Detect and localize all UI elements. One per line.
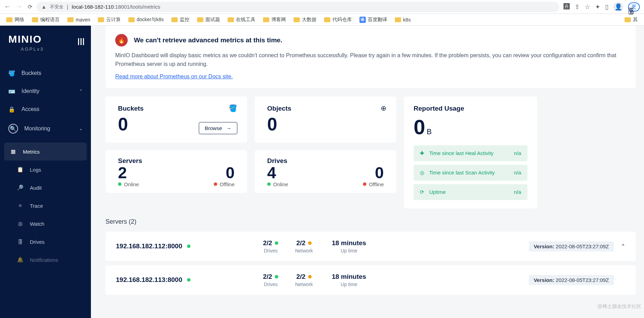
buckets-label: Buckets	[118, 105, 235, 112]
audit-icon: 🔎	[17, 184, 24, 191]
chevron-down-icon: ⌄	[79, 126, 83, 131]
back-button[interactable]: ←	[4, 3, 10, 10]
servers-offline-value: 0	[214, 165, 235, 181]
sidebar-sub-drives[interactable]: 🗄Drives	[0, 233, 91, 251]
menu-toggle-icon[interactable]	[78, 38, 84, 45]
servers-online-value: 2	[118, 165, 139, 181]
bookmark-item[interactable]: docker与k8s	[128, 17, 164, 23]
servers-card: 🗄 Servers 2 Online 0 Offline	[105, 150, 247, 193]
bookmarks-bar: 网络 编程语言 maven 云计算 docker与k8s 监控 面试题 在线工具…	[0, 14, 644, 26]
sidebar-item-monitoring[interactable]: 🔍Monitoring⌄	[0, 118, 91, 139]
watch-icon: ◎	[17, 220, 24, 227]
app-root: MINIO AGPLv3 🪣Buckets 🪪Identity⌃ 🔒Access…	[0, 26, 644, 318]
objects-label: Objects	[267, 105, 384, 112]
alert-card: 🔥 We can't retrieve advanced metrics at …	[105, 26, 636, 88]
translate-icon[interactable]: 🅰	[564, 3, 570, 10]
server-address: 192.168.182.113:8000	[116, 276, 182, 284]
alert-fire-icon: 🔥	[115, 34, 128, 46]
browse-button[interactable]: Browse→	[199, 122, 237, 134]
alert-body: MinIO Dashboard will display basic metri…	[115, 51, 626, 69]
sidebar-nav: 🪣Buckets 🪪Identity⌃ 🔒Access 🔍Monitoring⌄…	[0, 64, 91, 269]
sidebar-sub-watch[interactable]: ◎Watch	[0, 215, 91, 233]
bucket-icon: 🪣	[8, 70, 15, 77]
main-content: 🔥 We can't retrieve advanced metrics at …	[91, 26, 644, 318]
trace-icon: ⌗	[17, 202, 24, 209]
bookmark-item[interactable]: 面试题	[197, 17, 220, 23]
alert-title: We can't retrieve advanced metrics at th…	[134, 36, 282, 44]
sidebar-item-identity[interactable]: 🪪Identity⌃	[0, 82, 91, 100]
alert-docs-link[interactable]: Read more about Prometheus on our Docs s…	[115, 74, 233, 79]
sidebar-sub-metrics[interactable]: ▦Metrics	[4, 143, 87, 161]
drives-offline-value: 0	[363, 165, 384, 181]
folder-icon	[625, 17, 631, 22]
folder-icon	[395, 17, 401, 22]
activity-uptime: ⟳Uptimen/a	[414, 184, 527, 200]
insecure-icon: ▲	[41, 4, 46, 10]
folder-icon	[171, 17, 178, 22]
folder-icon	[32, 17, 38, 22]
folder-icon	[67, 17, 74, 22]
sidebar-sub-logs[interactable]: 📋Logs	[0, 161, 91, 179]
bookmark-item[interactable]: 网络	[6, 17, 24, 23]
status-dot	[308, 241, 312, 245]
share-icon[interactable]: ⇪	[575, 3, 580, 11]
folder-icon	[228, 17, 234, 22]
url-separator: |	[67, 4, 68, 10]
status-dot	[275, 241, 278, 245]
servers-label: Servers	[118, 157, 235, 165]
notifications-icon: 🔔	[17, 256, 24, 263]
bookmark-item[interactable]: 云计算	[98, 17, 121, 23]
sidebar-item-access[interactable]: 🔒Access	[0, 100, 91, 118]
objects-value: 0	[267, 114, 384, 134]
bookmark-item[interactable]: 译百度翻译	[359, 17, 387, 23]
logo-area: MINIO AGPLv3	[0, 26, 91, 54]
bookmark-item[interactable]: 在线工具	[228, 17, 255, 23]
objects-card: ⊕ Objects 0	[255, 96, 396, 143]
url-port: :18001	[114, 4, 130, 10]
bookmark-item[interactable]: maven	[67, 17, 90, 23]
status-dot-offline	[363, 182, 366, 186]
drives-icon: 🗄	[17, 238, 24, 245]
reload-button[interactable]: ⟳	[28, 3, 32, 10]
activity-scan: ◎Time since last Scan Activityn/a	[414, 165, 527, 181]
status-dot	[275, 275, 278, 278]
heal-icon: ✚	[420, 150, 424, 156]
url-path: /tools/metrics	[130, 4, 160, 10]
status-dot-offline	[214, 182, 217, 186]
scan-icon: ◎	[420, 170, 424, 176]
server-row: 192.168.182.113:8000 2/2Drives 2/2Networ…	[105, 265, 636, 295]
expand-toggle[interactable]: ⌃	[621, 243, 625, 250]
status-dot	[308, 275, 312, 278]
browser-toolbar: ← → ⟳ ▲ 不安全 | local-168-182-110:18001/to…	[0, 0, 644, 14]
sidebar-sub-audit[interactable]: 🔎Audit	[0, 179, 91, 197]
bookmark-item[interactable]: 博客网	[263, 17, 286, 23]
reported-unit: B	[426, 127, 432, 136]
arrow-right-icon: →	[226, 125, 231, 131]
servers-section-title: Servers (2)	[105, 218, 636, 225]
bucket-icon: 🪣	[229, 104, 237, 112]
sidebar-sub-notifications[interactable]: 🔔Notifications	[0, 251, 91, 269]
bookmark-item[interactable]: k8s	[395, 17, 411, 23]
drives-online-value: 4	[267, 165, 288, 181]
bookmark-item[interactable]: 编程语言	[32, 17, 60, 23]
license-label: AGPLv3	[8, 46, 83, 52]
bookmark-item[interactable]: 大数据	[294, 17, 316, 23]
status-dot	[187, 244, 190, 248]
servers-section: Servers (2) 192.168.182.112:8000 2/2Driv…	[105, 218, 636, 295]
address-bar[interactable]: ▲ 不安全 | local-168-182-110:18001/tools/me…	[36, 2, 559, 12]
forward-button[interactable]: →	[16, 3, 22, 10]
bookmark-star-icon[interactable]: ☆	[585, 3, 590, 11]
sidebar-item-buckets[interactable]: 🪣Buckets	[0, 64, 91, 82]
translate-icon: 译	[359, 17, 366, 23]
sidebar: MINIO AGPLv3 🪣Buckets 🪪Identity⌃ 🔒Access…	[0, 26, 91, 318]
sidebar-sub-trace[interactable]: ⌗Trace	[0, 197, 91, 215]
logo: MINIO	[8, 33, 83, 45]
profile-avatar[interactable]: 👤	[613, 2, 623, 12]
status-dot	[187, 278, 190, 282]
bookmark-item[interactable]: 其	[625, 17, 638, 23]
bookmark-item[interactable]: 代码仓库	[324, 17, 352, 23]
panel-icon[interactable]: ▯	[605, 3, 609, 11]
objects-icon: ⊕	[381, 104, 387, 112]
extensions-icon[interactable]: ✦	[595, 3, 600, 11]
bookmark-item[interactable]: 监控	[171, 17, 189, 23]
